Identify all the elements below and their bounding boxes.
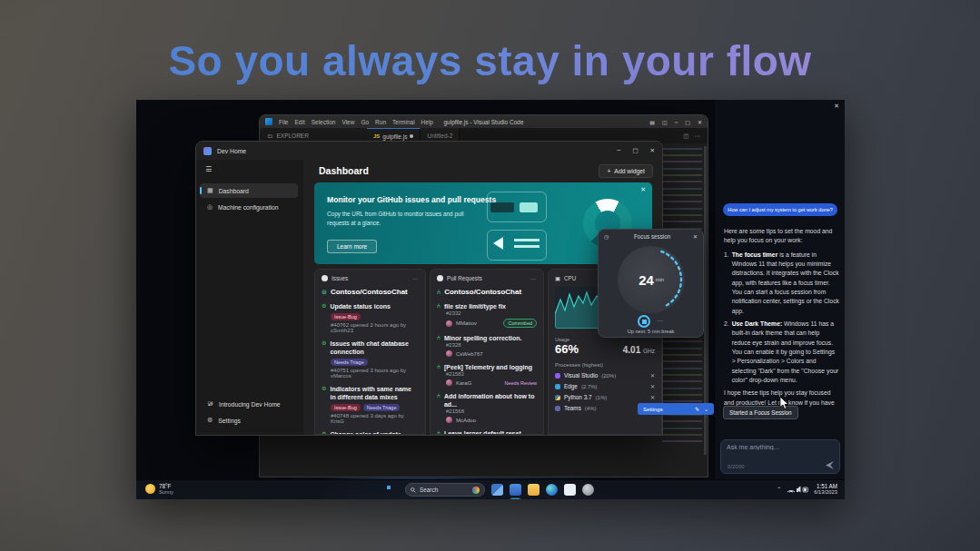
task-view-button[interactable] [491,484,503,496]
sidebar-item-settings[interactable]: ⚙ Settings [200,413,298,428]
maximize-icon[interactable]: □ [685,119,690,125]
store-button[interactable] [564,484,576,496]
windows-taskbar: 78°F Sunny Search [136,479,845,499]
edge-button[interactable] [546,484,558,496]
plus-icon: + [607,168,610,174]
pull-request-item[interactable]: ⑃Leave larger default reset [437,429,537,435]
pull-request-item[interactable]: ⑃file size limit/type fix #2332 MMattov … [437,302,537,328]
sidebar-item-introducing-dev-home[interactable]: 🖳 Introducing Dev Home [200,397,298,411]
label-pill: Issue-Bug [331,313,361,320]
gear-icon: ⚙ [207,417,213,424]
pr-branch-icon: ⑃ [437,392,441,408]
layout-sidebar-icon[interactable]: ◫ [662,119,668,125]
search-icon [411,487,416,493]
close-icon[interactable]: ✕ [650,147,655,154]
vscode-window-title: gulpfile.js - Visual Studio Code [260,119,708,125]
more-options-icon[interactable]: ⋯ [530,275,537,281]
mouse-cursor [779,396,789,410]
tab-label: gulpfile.js [382,133,407,140]
pr-branch-icon: ⑃ [437,429,441,435]
window-title: Dev Home [217,148,246,154]
widgets-button[interactable] [510,484,521,496]
file-explorer-button[interactable] [528,484,539,496]
widget-title: CPU [564,275,576,281]
show-hidden-icons-chevron[interactable]: ⌃ [777,486,781,492]
open-issue-icon: ⊙ [322,339,326,356]
machine-config-icon: ◎ [207,203,213,211]
issues-widget: Issues ⋯ ⊙ Contoso/ContosoChat ⊙Update s… [314,269,426,435]
copilot-input-box[interactable]: 0/2000 [720,439,840,474]
learn-more-button[interactable]: Learn more [327,240,377,253]
cpu-usage-value: 66% [555,342,579,356]
minimize-icon[interactable]: ─ [617,147,620,154]
js-file-icon: JS [373,133,380,139]
close-icon[interactable]: ✕ [698,119,702,125]
start-button[interactable] [387,486,395,494]
teams-icon [555,406,560,411]
network-volume-battery-icons[interactable] [787,486,808,493]
issue-item[interactable]: ⊙Indicators with same name in different … [322,385,419,424]
modified-dot-icon[interactable] [410,134,413,138]
more-actions-icon[interactable]: ⋯ [695,133,701,140]
issue-item[interactable]: ⊙Update status icons Issue-Bug #40762 op… [322,302,419,333]
close-icon[interactable]: ✕ [640,186,646,193]
send-icon[interactable] [826,461,834,469]
issue-item[interactable]: ⊙Issues with chat database connection Ne… [322,339,419,379]
clock-app-button[interactable] [582,484,594,496]
end-task-icon[interactable]: ✕ [650,394,655,400]
close-icon[interactable]: ✕ [693,233,698,240]
pull-requests-widget: Pull Requests ⋯ ⑃ Contoso/ContosoChat ⑃f… [430,269,544,435]
repo-name: ⑃ Contoso/ContosoChat [437,288,537,296]
pull-request-item[interactable]: ⑃[Peek] Telemetry and logging #21582 Kar… [437,363,537,386]
sun-icon [145,484,155,494]
issue-item[interactable]: ⊙Change color of update reminder Needs T… [322,430,419,435]
files-icon: 🗀 [267,133,273,140]
dev-home-app-icon [203,147,212,155]
char-counter: 0/2000 [728,464,744,469]
end-task-icon[interactable]: ✕ [650,372,655,379]
status-badge: Committed [503,319,537,328]
weather-widget[interactable]: 78°F Sunny [145,483,173,496]
split-editor-icon[interactable]: ◫ [683,133,688,140]
response-tip-1: 1. The focus timer is a feature in Windo… [724,251,839,316]
settings-flyout-chip[interactable]: Settings ✎ ⌄ [638,403,714,415]
maximize-icon[interactable]: □ [632,147,638,154]
open-icon[interactable]: ⌄ [704,406,708,412]
taskbar-search[interactable]: Search [405,483,485,497]
explorer-label: EXPLORER [277,133,309,139]
cpu-speed-value: 4.01 GHz [623,345,655,355]
more-options-icon[interactable]: ⋯ [657,318,664,325]
layout-panel-icon[interactable]: ▤ [649,119,655,125]
banner-lines-graphic [514,239,539,248]
process-row: Edge (2.7%) ✕ [555,383,655,389]
github-icon [322,275,328,281]
banner-toggle-graphic [520,202,538,212]
avatar [446,379,452,386]
more-options-icon[interactable]: ⋯ [412,275,419,281]
close-icon[interactable]: ✕ [834,103,839,110]
vscode-button[interactable] [510,497,521,499]
hamburger-menu-icon[interactable]: ☰ [205,165,212,173]
end-task-icon[interactable]: ✕ [650,383,655,389]
add-widget-button[interactable]: + Add widget [599,164,653,178]
label-pill: Needs Triage [363,404,401,411]
pull-request-item[interactable]: ⑃Minor spelling correction. #2328 CsWeb7… [437,334,537,357]
stop-timer-button[interactable] [638,315,650,328]
clock-icon: ◷ [604,233,609,240]
edit-icon[interactable]: ✎ [695,406,699,412]
minimize-icon[interactable]: ─ [675,119,678,125]
copilot-response: Here are some tips to set the mood and h… [724,227,839,421]
dev-home-sidebar: ☰ ▦ Dashboard ◎ Machine configuration 🖳 … [196,160,303,435]
sidebar-item-machine-configuration[interactable]: ◎ Machine configuration [200,200,298,214]
dev-home-window: Dev Home ─ □ ✕ ☰ ▦ Dashboard ◎ Machine c [195,141,663,436]
bing-icon [472,487,480,494]
response-tip-2: 2. Use Dark Theme: Windows 11 has a buil… [724,320,839,385]
taskbar-clock[interactable]: 1:51 AM 6/13/2023 [814,483,837,496]
banner-title: Monitor your GitHub issues and pull requ… [327,195,496,204]
open-issue-icon: ⊙ [322,430,326,435]
ask-input[interactable] [727,444,827,450]
sidebar-item-dashboard[interactable]: ▦ Dashboard [200,183,298,198]
pull-request-item[interactable]: ⑃Add information about how to ad... #215… [437,392,537,423]
process-row: Visual Studio (20%) ✕ [555,372,655,379]
banner-arrow-graphic [493,237,503,250]
